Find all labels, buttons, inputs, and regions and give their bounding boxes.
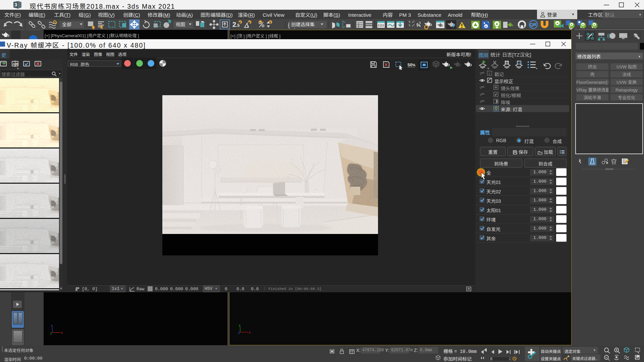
svg-text:视图: 视图: [176, 21, 185, 27]
svg-text:y: y: [239, 323, 240, 327]
svg-text:x: x: [61, 330, 63, 335]
svg-text:创建选择集: 创建选择集: [291, 21, 315, 27]
svg-text:z: z: [238, 330, 240, 335]
svg-text:0: 0: [490, 357, 492, 361]
svg-text:z: z: [51, 324, 53, 327]
svg-text:y: y: [50, 330, 52, 335]
svg-text:x: x: [249, 329, 251, 335]
svg-text:全部: 全部: [62, 21, 71, 27]
svg-text:3: 3: [14, 2, 17, 7]
svg-text:V: V: [485, 25, 487, 28]
svg-text:QR: QR: [530, 22, 537, 27]
svg-text:A|B: A|B: [13, 62, 18, 66]
svg-text:i: i: [488, 72, 490, 75]
svg-text:50%: 50%: [408, 62, 415, 67]
